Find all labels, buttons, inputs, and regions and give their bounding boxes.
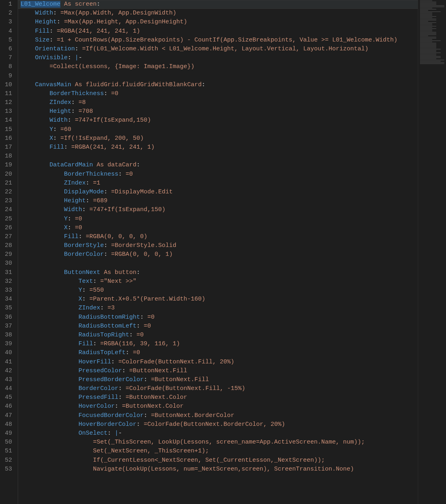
code-line[interactable]: RadiusBottomRight: =0 xyxy=(18,313,418,322)
line-number: 50 xyxy=(0,438,12,447)
code-line[interactable]: BorderThickness: =0 xyxy=(18,89,418,98)
minimap-line xyxy=(420,40,441,41)
code-line[interactable]: DataCardMain As dataCard: xyxy=(18,161,418,170)
code-line[interactable]: DisplayMode: =DisplayMode.Edit xyxy=(18,188,418,197)
line-number: 5 xyxy=(0,36,12,45)
code-line[interactable]: Width: =747+If(IsExpand,150) xyxy=(18,205,418,214)
code-line[interactable]: Y: =550 xyxy=(18,286,418,295)
line-number: 37 xyxy=(0,322,12,331)
code-line[interactable]: Y: =60 xyxy=(18,125,418,134)
code-editor[interactable]: 1234567891011121314151617181920212223242… xyxy=(0,0,446,504)
line-number: 39 xyxy=(0,340,12,348)
code-line[interactable]: X: =0 xyxy=(18,224,418,232)
code-line[interactable]: Text: ="Next >>" xyxy=(18,277,418,286)
line-number: 32 xyxy=(0,277,12,286)
code-line[interactable]: FocusedBorderColor: =ButtonNext.BorderCo… xyxy=(18,411,418,420)
line-number: 41 xyxy=(0,358,12,367)
line-number: 8 xyxy=(0,62,12,71)
line-number: 28 xyxy=(0,241,12,250)
minimap-line xyxy=(420,44,436,45)
minimap-line xyxy=(420,34,436,35)
minimap-line xyxy=(420,55,436,56)
line-number: 44 xyxy=(0,384,12,393)
code-line[interactable]: PressedBorderColor: =ButtonNext.Fill xyxy=(18,375,418,384)
minimap-line xyxy=(420,4,436,5)
line-number: 17 xyxy=(0,143,12,152)
code-line[interactable]: PressedColor: =ButtonNext.Fill xyxy=(18,367,418,375)
code-line[interactable]: PressedFill: =ButtonNext.Color xyxy=(18,393,418,402)
code-line[interactable]: X: =Parent.X+0.5*(Parent.Width-160) xyxy=(18,295,418,304)
code-line[interactable]: RadiusBottomLeft: =0 xyxy=(18,322,418,331)
line-number: 7 xyxy=(0,54,12,62)
code-line[interactable]: Height: =Max(App.Height, App.DesignHeigh… xyxy=(18,18,418,27)
code-line[interactable]: HoverColor: =ButtonNext.Color xyxy=(18,402,418,411)
line-number: 18 xyxy=(0,152,12,161)
code-line[interactable]: HoverBorderColor: =ColorFade(ButtonNext.… xyxy=(18,420,418,429)
code-line[interactable]: CanvasMain As fluidGrid.fluidGridWithBla… xyxy=(18,81,418,89)
minimap-line xyxy=(420,17,432,18)
code-line[interactable]: RadiusTopRight: =0 xyxy=(18,331,418,340)
minimap-line xyxy=(420,8,432,8)
line-number: 40 xyxy=(0,348,12,357)
minimap-line xyxy=(420,26,436,27)
minimap-line xyxy=(420,25,432,25)
minimap-line xyxy=(420,45,436,46)
minimap-line xyxy=(420,49,441,50)
code-line[interactable]: L01_Welcome As screen: xyxy=(18,0,418,9)
code-line[interactable]: Width: =Max(App.Width, App.DesignWidth) xyxy=(18,9,418,18)
minimap-line xyxy=(420,37,436,37)
code-line[interactable]: ZIndex: =3 xyxy=(18,304,418,313)
code-line[interactable]: Fill: =RGBA(241, 241, 241, 1) xyxy=(18,143,418,152)
minimap-line xyxy=(420,3,436,4)
line-number: 49 xyxy=(0,429,12,438)
line-number: 24 xyxy=(0,205,12,214)
code-line[interactable]: BorderColor: =ColorFade(ButtonNext.Fill,… xyxy=(18,384,418,393)
line-number: 27 xyxy=(0,232,12,241)
code-line[interactable]: Size: =1 + CountRows(App.SizeBreakpoints… xyxy=(18,36,418,45)
minimap-line xyxy=(420,12,432,13)
minimap-line xyxy=(420,57,441,58)
code-line[interactable]: BorderStyle: =BorderStyle.Solid xyxy=(18,241,418,250)
code-line[interactable]: Width: =747+If(IsExpand,150) xyxy=(18,116,418,125)
code-line[interactable]: RadiusTopLeft: =0 xyxy=(18,348,418,357)
code-line[interactable]: ButtonNext As button: xyxy=(18,268,418,277)
code-content-area[interactable]: L01_Welcome As screen: Width: =Max(App.W… xyxy=(18,0,418,504)
minimap-line xyxy=(420,48,436,48)
code-line[interactable]: Height: =708 xyxy=(18,107,418,116)
code-line[interactable]: Set(_NextScreen, _ThisScreen+1); xyxy=(18,447,418,456)
minimap-line xyxy=(420,9,436,10)
minimap-line xyxy=(420,62,444,63)
code-line[interactable]: =Collect(Lessons, {Image: Image1.Image}) xyxy=(18,62,418,71)
code-line[interactable]: Navigate(LookUp(Lessons, num=_NextScreen… xyxy=(18,465,418,474)
minimap-line xyxy=(420,31,432,31)
code-line[interactable]: ZIndex: =8 xyxy=(18,98,418,107)
minimap[interactable] xyxy=(418,0,446,504)
code-line[interactable] xyxy=(18,259,418,268)
code-line[interactable]: OnSelect: |- xyxy=(18,429,418,438)
code-line[interactable]: Orientation: =If(L01_Welcome.Width < L01… xyxy=(18,45,418,54)
code-line[interactable]: If(_CurrentLesson<_NextScreen, Set(_Curr… xyxy=(18,456,418,465)
code-line[interactable] xyxy=(18,152,418,161)
line-number: 25 xyxy=(0,215,12,224)
minimap-line xyxy=(420,2,436,2)
minimap-line xyxy=(420,16,436,17)
code-line[interactable]: Height: =689 xyxy=(18,197,418,205)
code-line[interactable]: HoverFill: =ColorFade(ButtonNext.Fill, 2… xyxy=(18,358,418,367)
code-line[interactable]: BorderColor: =RGBA(0, 0, 0, 1) xyxy=(18,250,418,259)
code-line[interactable]: =Set(_ThisScreen, LookUp(Lessons, screen… xyxy=(18,438,418,447)
code-line[interactable]: Fill: =RGBA(0, 0, 0, 0) xyxy=(18,232,418,241)
code-line[interactable] xyxy=(18,72,418,81)
code-line[interactable]: ZIndex: =1 xyxy=(18,179,418,188)
minimap-line xyxy=(420,61,441,62)
code-line[interactable]: X: =If(!IsExpand, 200, 50) xyxy=(18,134,418,143)
minimap-line xyxy=(420,41,432,42)
code-line[interactable]: OnVisible: |- xyxy=(18,54,418,62)
line-number: 12 xyxy=(0,98,12,107)
minimap-line xyxy=(420,29,432,30)
code-line[interactable]: Fill: =RGBA(116, 39, 116, 1) xyxy=(18,340,418,348)
line-number: 22 xyxy=(0,188,12,197)
line-number: 45 xyxy=(0,393,12,402)
code-line[interactable]: BorderThickness: =0 xyxy=(18,170,418,179)
code-line[interactable]: Y: =0 xyxy=(18,215,418,224)
code-line[interactable]: Fill: =RGBA(241, 241, 241, 1) xyxy=(18,27,418,36)
